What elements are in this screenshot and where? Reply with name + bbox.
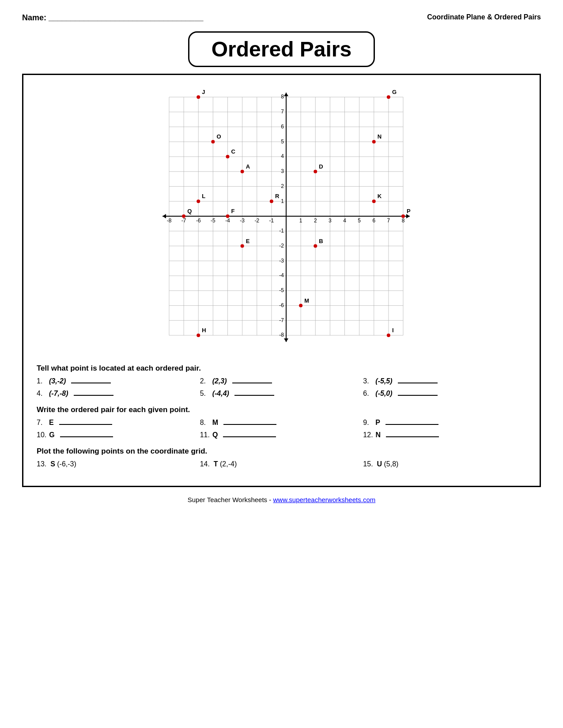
q1-answer[interactable] bbox=[71, 383, 111, 383]
main-content: Tell what point is located at each order… bbox=[22, 74, 541, 487]
plot-13-num: 13. bbox=[37, 460, 50, 468]
q6-coord: (-5,0) bbox=[375, 390, 392, 398]
q4-answer[interactable] bbox=[74, 395, 113, 396]
question-12: 12. N bbox=[363, 431, 526, 439]
q5-num: 5. bbox=[200, 390, 210, 398]
q12-point: N bbox=[376, 431, 381, 439]
q4-num: 4. bbox=[37, 390, 46, 398]
section1-title: Tell what point is located at each order… bbox=[37, 364, 526, 373]
plot-14-point: T bbox=[214, 460, 218, 468]
question-4: 4. (-7,-8) bbox=[37, 390, 200, 398]
q11-num: 11. bbox=[200, 431, 210, 439]
plot-15-point: U bbox=[377, 460, 382, 468]
name-label: Name: __________________________________… bbox=[22, 13, 203, 23]
question-11: 11. Q bbox=[200, 431, 363, 439]
q9-num: 9. bbox=[363, 419, 373, 427]
plot-14: 14. T (2,-4) bbox=[200, 460, 363, 468]
section3-title: Plot the following points on the coordin… bbox=[37, 447, 526, 456]
q1-coord: (3,-2) bbox=[49, 377, 66, 385]
q9-answer[interactable] bbox=[385, 424, 438, 425]
q3-num: 3. bbox=[363, 377, 373, 385]
question-7: 7. E bbox=[37, 419, 200, 427]
q4-coord: (-7,-8) bbox=[49, 390, 68, 398]
section2-questions: 7. E 8. M 9. P 10. G 11. Q 12. N bbox=[37, 419, 526, 439]
q3-coord: (-5,5) bbox=[375, 377, 392, 385]
question-6: 6. (-5,0) bbox=[363, 390, 526, 398]
plot-14-num: 14. bbox=[200, 460, 214, 468]
q10-answer[interactable] bbox=[60, 436, 113, 437]
q10-num: 10. bbox=[37, 431, 46, 439]
q2-coord: (2,3) bbox=[212, 377, 227, 385]
footer: Super Teacher Worksheets - www.superteac… bbox=[22, 496, 541, 503]
q8-point: M bbox=[212, 419, 218, 427]
q12-answer[interactable] bbox=[386, 436, 439, 437]
section2-title: Write the ordered pair for each given po… bbox=[37, 405, 526, 414]
section1-questions: 1. (3,-2) 2. (2,3) 3. (-5,5) 4. (-7,-8) … bbox=[37, 377, 526, 398]
plot-15: 15. U (5,8) bbox=[363, 460, 526, 468]
question-3: 3. (-5,5) bbox=[363, 377, 526, 385]
plot-15-num: 15. bbox=[363, 460, 377, 468]
q5-coord: (-4,4) bbox=[212, 390, 229, 398]
question-5: 5. (-4,4) bbox=[200, 390, 363, 398]
q6-num: 6. bbox=[363, 390, 373, 398]
q7-num: 7. bbox=[37, 419, 46, 427]
plot-14-coord: (2,-4) bbox=[218, 460, 237, 468]
q11-answer[interactable] bbox=[223, 436, 276, 437]
q5-answer[interactable] bbox=[234, 395, 274, 396]
plot-13: 13. S (-6,-3) bbox=[37, 460, 200, 468]
q2-answer[interactable] bbox=[232, 383, 272, 383]
footer-text: Super Teacher Worksheets - bbox=[188, 496, 273, 503]
question-2: 2. (2,3) bbox=[200, 377, 363, 385]
q1-num: 1. bbox=[37, 377, 46, 385]
q6-answer[interactable] bbox=[398, 395, 438, 396]
q11-point: Q bbox=[212, 431, 218, 439]
q2-num: 2. bbox=[200, 377, 210, 385]
plot-13-coord: (-6,-3) bbox=[55, 460, 76, 468]
graph-container bbox=[37, 88, 526, 353]
question-1: 1. (3,-2) bbox=[37, 377, 200, 385]
coordinate-graph bbox=[145, 88, 419, 353]
plot-15-coord: (5,8) bbox=[382, 460, 398, 468]
q8-num: 8. bbox=[200, 419, 210, 427]
q10-point: G bbox=[49, 431, 54, 439]
q7-answer[interactable] bbox=[59, 424, 112, 425]
plot-13-point: S bbox=[50, 460, 55, 468]
q9-point: P bbox=[375, 419, 380, 427]
q12-num: 12. bbox=[363, 431, 373, 439]
question-8: 8. M bbox=[200, 419, 363, 427]
title-banner: Ordered Pairs bbox=[22, 31, 541, 67]
q7-point: E bbox=[49, 419, 54, 427]
q8-answer[interactable] bbox=[223, 424, 276, 425]
q3-answer[interactable] bbox=[398, 383, 438, 383]
question-9: 9. P bbox=[363, 419, 526, 427]
footer-link[interactable]: www.superteacherworksheets.com bbox=[273, 496, 375, 503]
question-10: 10. G bbox=[37, 431, 200, 439]
subject-label: Coordinate Plane & Ordered Pairs bbox=[427, 13, 541, 21]
page-title: Ordered Pairs bbox=[188, 31, 375, 67]
section3-questions: 13. S (-6,-3) 14. T (2,-4) 15. U (5,8) bbox=[37, 460, 526, 468]
